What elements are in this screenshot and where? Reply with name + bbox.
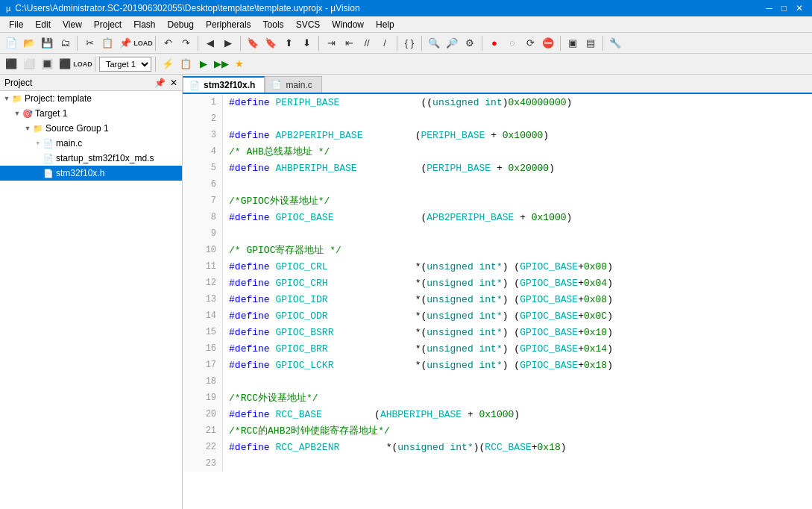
tb2-5[interactable]: LOAD (75, 56, 91, 72)
title-bar: µ C:\Users\Administrator.SC-201906302055… (0, 0, 812, 16)
code-line: /* GPIOC寄存器地址 */ (223, 242, 812, 258)
comment-btn[interactable]: // (359, 35, 375, 51)
project-panel-header: Project 📌 ✕ (0, 75, 182, 91)
unindent-btn[interactable]: ⇤ (341, 35, 357, 51)
tb2-1[interactable]: ⬛ (3, 56, 19, 72)
tab-file-icon: 📄 (271, 80, 282, 90)
menu-item-help[interactable]: Help (370, 16, 400, 32)
maximize-btn[interactable]: □ (778, 3, 790, 13)
sep12 (155, 57, 156, 72)
cut-btn[interactable]: ✂ (81, 35, 98, 51)
code-line (223, 176, 812, 193)
tree-item-mainc[interactable]: + 📄 main.c (0, 136, 182, 151)
expand-icon[interactable]: ▼ (24, 125, 31, 132)
tb2-3[interactable]: 🔳 (39, 56, 55, 72)
find-btn[interactable]: 🔎 (444, 35, 460, 51)
code-line: #define GPIOC_CRH *(unsigned int*) (GPIO… (223, 275, 812, 291)
tree-item-startup[interactable]: 📄 startup_stm32f10x_md.s (0, 151, 182, 166)
tb2-7[interactable]: 📋 (177, 56, 194, 72)
tab-file-icon: 📄 (189, 81, 200, 90)
tree-item-target1[interactable]: ▼ 🎯 Target 1 (0, 106, 182, 121)
tb2-4[interactable]: ⬛ (57, 56, 73, 72)
toolbar1: 📄 📂 💾 🗂 ✂ 📋 📌 LOAD ↶ ↷ ◀ ▶ 🔖 🔖 ⬆ ⬇ ⇥ ⇤ /… (0, 33, 812, 54)
code-row: 10/* GPIOC寄存器地址 */ (183, 242, 812, 258)
nav-fwd-btn[interactable]: ▶ (220, 35, 236, 51)
menu-item-file[interactable]: File (3, 16, 29, 32)
bookmark-btn[interactable]: 🔖 (245, 35, 261, 51)
debug4-btn[interactable]: ⛔ (540, 35, 556, 51)
code-row: 8#define GPIOC_BASE (APB2PERIPH_BASE + 0… (183, 209, 812, 225)
line-number: 11 (183, 258, 223, 275)
tab-stm32f10xh[interactable]: 📄stm32f10x.h (183, 76, 265, 93)
menu-item-flash[interactable]: Flash (128, 16, 161, 32)
code-content[interactable]: 1#define PERIPH_BASE ((unsigned int)0x40… (183, 94, 812, 509)
expand-icon[interactable]: ▼ (13, 110, 21, 117)
menu-item-window[interactable]: Window (326, 16, 370, 32)
close-btn[interactable]: ✕ (793, 3, 806, 13)
line-number: 20 (183, 406, 223, 422)
tb2-6[interactable]: ⚡ (160, 56, 176, 72)
new-btn[interactable]: 📄 (3, 35, 19, 51)
indent-btn[interactable]: ⇥ (323, 35, 339, 51)
menu-item-tools[interactable]: Tools (257, 16, 290, 32)
project-close-btn[interactable]: ✕ (170, 78, 177, 88)
minimize-btn[interactable]: ─ (763, 3, 775, 13)
line-number: 18 (183, 373, 223, 390)
target-dropdown[interactable]: Target 1 (99, 57, 151, 72)
tb2-9[interactable]: ▶▶ (213, 56, 230, 72)
tree-item-sourcegroup1[interactable]: ▼ 📁 Source Group 1 (0, 121, 182, 136)
open-btn[interactable]: 📂 (21, 35, 37, 51)
sep1 (77, 36, 78, 51)
line-number: 8 (183, 209, 223, 225)
menu-item-view[interactable]: View (57, 16, 88, 32)
tb2-10[interactable]: ★ (231, 56, 248, 72)
save-btn[interactable]: 💾 (39, 35, 55, 51)
code-line: /* AHB总线基地址 */ (223, 143, 812, 160)
debug3-btn[interactable]: ⟳ (522, 35, 538, 51)
code-row: 18 (183, 373, 812, 390)
code-line: #define APB2PERIPH_BASE (PERIPH_BASE + 0… (223, 127, 812, 143)
menu-item-peripherals[interactable]: Peripherals (200, 16, 257, 32)
code-row: 4/* AHB总线基地址 */ (183, 143, 812, 160)
expand-icon[interactable]: ▼ (3, 95, 10, 102)
tools-btn[interactable]: 🔧 (607, 35, 623, 51)
search-btn[interactable]: 🔍 (426, 35, 442, 51)
code-row: 16#define GPIOC_BRR *(unsigned int*) (GP… (183, 340, 812, 357)
code-row: 22#define RCC_APB2ENR *(unsigned int*)(R… (183, 439, 812, 455)
layout1-btn[interactable]: ▣ (564, 35, 581, 51)
bookmark2-btn[interactable]: 🔖 (262, 35, 279, 51)
tb2-8[interactable]: ▶ (195, 56, 212, 72)
paste-btn[interactable]: 📌 (117, 35, 133, 51)
menu-item-debug[interactable]: Debug (162, 16, 200, 32)
code-row: 11#define GPIOC_CRL *(unsigned int*) (GP… (183, 258, 812, 275)
sep2 (155, 36, 156, 51)
copy-btn[interactable]: 📋 (99, 35, 116, 51)
layout2-btn[interactable]: ▤ (582, 35, 599, 51)
debug2-btn[interactable]: ○ (504, 35, 520, 51)
code-row: 3#define APB2PERIPH_BASE (PERIPH_BASE + … (183, 127, 812, 143)
project-pin-btn[interactable]: 📌 (154, 78, 166, 88)
next-btn[interactable]: ⬇ (298, 35, 315, 51)
menu-item-svcs[interactable]: SVCS (290, 16, 327, 32)
tree-node-label: Source Group 1 (45, 123, 109, 134)
debug-red-btn[interactable]: ● (486, 35, 503, 51)
nav-back-btn[interactable]: ◀ (202, 35, 218, 51)
load-btn[interactable]: LOAD (135, 35, 151, 51)
expand-icon[interactable]: + (34, 140, 42, 147)
save-all-btn[interactable]: 🗂 (57, 35, 73, 51)
uncomment-btn[interactable]: / (377, 35, 393, 51)
settings-btn[interactable]: ⚙ (462, 35, 478, 51)
menu-item-edit[interactable]: Edit (29, 16, 57, 32)
undo-btn[interactable]: ↶ (160, 35, 176, 51)
line-number: 5 (183, 160, 223, 176)
redo-btn[interactable]: ↷ (177, 35, 194, 51)
menu-item-project[interactable]: Project (88, 16, 128, 32)
prev-btn[interactable]: ⬆ (280, 35, 297, 51)
code-btn[interactable]: { } (401, 35, 418, 51)
sep10 (602, 36, 603, 51)
code-row: 17#define GPIOC_LCKR *(unsigned int*) (G… (183, 357, 812, 373)
tab-mainc[interactable]: 📄main.c (265, 76, 321, 93)
tree-item-stm32h[interactable]: 📄 stm32f10x.h (0, 166, 182, 181)
tb2-2[interactable]: ⬜ (21, 56, 37, 72)
tree-item-project[interactable]: ▼ 📁 Project: template (0, 91, 182, 106)
